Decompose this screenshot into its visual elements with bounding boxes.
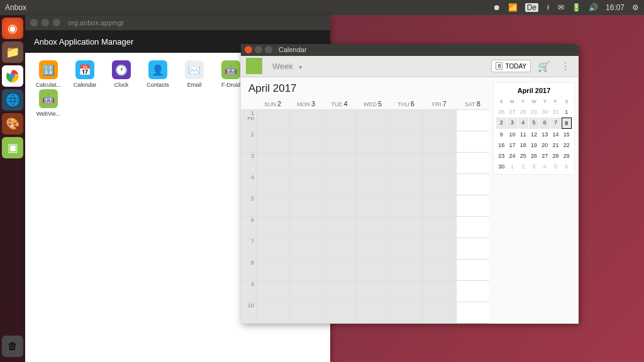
lang-indicator[interactable]: De bbox=[525, 3, 538, 12]
mini-cal-day[interactable]: 24 bbox=[507, 151, 517, 161]
time-slot[interactable] bbox=[357, 153, 389, 174]
mini-cal-day[interactable]: 19 bbox=[529, 140, 539, 150]
time-slot[interactable] bbox=[457, 217, 489, 238]
mini-cal-day[interactable]: 29 bbox=[562, 151, 572, 161]
time-slot[interactable] bbox=[423, 238, 456, 260]
time-slot[interactable] bbox=[323, 131, 356, 153]
day-column[interactable] bbox=[423, 110, 456, 324]
time-slot[interactable] bbox=[390, 110, 423, 131]
mini-cal-day[interactable]: 9 bbox=[496, 129, 506, 140]
time-slot[interactable] bbox=[423, 281, 456, 302]
mini-cal-day[interactable]: 28 bbox=[550, 151, 560, 161]
menu-dots-icon[interactable]: ⋮ bbox=[557, 58, 574, 74]
mini-cal-day[interactable]: 11 bbox=[518, 129, 528, 140]
time-slot[interactable] bbox=[457, 153, 489, 174]
time-slot[interactable] bbox=[257, 195, 289, 217]
anbox-app-webvie[interactable]: 🤖WebVie... bbox=[30, 89, 67, 117]
time-slot[interactable] bbox=[457, 260, 489, 281]
mini-cal-day[interactable]: 7 bbox=[550, 118, 560, 129]
time-slot[interactable] bbox=[257, 260, 289, 281]
time-slot[interactable] bbox=[323, 195, 356, 217]
launcher-app-icon[interactable]: 🌐 bbox=[2, 89, 23, 111]
mini-cal-day[interactable]: 10 bbox=[507, 129, 517, 140]
time-slot[interactable] bbox=[357, 260, 389, 281]
mini-cal-day[interactable]: 30 bbox=[496, 162, 506, 172]
anbox-app-calculat[interactable]: 🔢Calculat... bbox=[30, 60, 67, 88]
time-slot[interactable] bbox=[290, 195, 323, 217]
time-slot[interactable] bbox=[290, 217, 323, 238]
time-slot[interactable] bbox=[390, 131, 423, 153]
mini-cal-day[interactable]: 22 bbox=[562, 140, 572, 150]
time-slot[interactable] bbox=[457, 174, 489, 195]
time-slot[interactable] bbox=[423, 174, 456, 195]
mini-cal-day[interactable]: 14 bbox=[550, 129, 560, 140]
mini-cal-day[interactable]: 6 bbox=[562, 162, 572, 172]
time-slot[interactable] bbox=[390, 281, 423, 302]
view-selector[interactable]: Week ▼ bbox=[267, 59, 308, 74]
week-grid[interactable]: 1PM2345678910 bbox=[241, 110, 489, 324]
calendar-titlebar[interactable]: Calendar bbox=[241, 44, 579, 56]
gear-icon[interactable]: ⚙ bbox=[632, 3, 639, 12]
time-slot[interactable] bbox=[257, 131, 289, 153]
time-slot[interactable] bbox=[457, 281, 489, 302]
time-slot[interactable] bbox=[357, 217, 389, 238]
close-icon[interactable] bbox=[245, 46, 252, 53]
time-slot[interactable] bbox=[357, 174, 389, 195]
time-slot[interactable] bbox=[290, 260, 323, 281]
time-slot[interactable] bbox=[290, 302, 323, 324]
time-slot[interactable] bbox=[423, 302, 456, 324]
anbox-app-email[interactable]: ✉️Email bbox=[176, 60, 213, 88]
time-slot[interactable] bbox=[357, 110, 389, 131]
anbox-titlebar[interactable]: org.anbox.appmgr bbox=[25, 15, 330, 30]
wifi-icon[interactable]: 📶 bbox=[508, 3, 518, 12]
time-slot[interactable] bbox=[357, 131, 389, 153]
time-slot[interactable] bbox=[457, 131, 489, 153]
time-slot[interactable] bbox=[323, 281, 356, 302]
mini-cal-day[interactable]: 26 bbox=[496, 107, 506, 117]
mini-cal-day[interactable]: 29 bbox=[529, 107, 539, 117]
mini-cal-day[interactable]: 25 bbox=[518, 151, 528, 161]
time-slot[interactable] bbox=[290, 281, 323, 302]
time-slot[interactable] bbox=[390, 153, 423, 174]
time-slot[interactable] bbox=[290, 131, 323, 153]
launcher-dash-icon[interactable]: ◉ bbox=[2, 18, 23, 39]
mini-cal-day[interactable]: 12 bbox=[529, 129, 539, 140]
mini-cal-day[interactable]: 15 bbox=[562, 129, 572, 140]
mini-cal-day[interactable]: 1 bbox=[507, 162, 517, 172]
mini-cal-day[interactable]: 27 bbox=[540, 151, 550, 161]
time-slot[interactable] bbox=[357, 281, 389, 302]
clock-indicator[interactable]: 16:07 bbox=[606, 3, 625, 12]
minimize-icon[interactable] bbox=[255, 46, 262, 53]
time-slot[interactable] bbox=[457, 238, 489, 260]
time-slot[interactable] bbox=[423, 217, 456, 238]
time-slot[interactable] bbox=[357, 238, 389, 260]
mini-cal-day[interactable]: 5 bbox=[550, 162, 560, 172]
mail-icon[interactable]: ✉ bbox=[558, 3, 564, 12]
trash-icon[interactable]: 🗑 bbox=[2, 336, 23, 357]
time-slot[interactable] bbox=[390, 302, 423, 324]
mini-cal-day[interactable]: 3 bbox=[507, 118, 517, 129]
mini-cal-day[interactable]: 3 bbox=[529, 162, 539, 172]
maximize-icon[interactable] bbox=[265, 46, 272, 53]
day-column[interactable] bbox=[356, 110, 389, 324]
mini-cal-day[interactable]: 21 bbox=[550, 140, 560, 150]
day-column[interactable] bbox=[456, 110, 489, 324]
anbox-app-clock[interactable]: 🕐Clock bbox=[103, 60, 140, 88]
day-column[interactable] bbox=[289, 110, 323, 324]
mini-cal-day[interactable]: 1 bbox=[562, 107, 572, 117]
time-slot[interactable] bbox=[257, 302, 289, 324]
time-slot[interactable] bbox=[323, 260, 356, 281]
bluetooth-icon[interactable]: ᚼ bbox=[546, 3, 550, 12]
time-slot[interactable] bbox=[257, 174, 289, 195]
mini-cal-day[interactable]: 31 bbox=[550, 107, 560, 117]
mini-cal-day[interactable]: 27 bbox=[507, 107, 517, 117]
time-slot[interactable] bbox=[257, 238, 289, 260]
time-slot[interactable] bbox=[423, 110, 456, 131]
time-slot[interactable] bbox=[457, 195, 489, 217]
close-icon[interactable] bbox=[30, 19, 38, 26]
time-slot[interactable] bbox=[323, 238, 356, 260]
time-slot[interactable] bbox=[390, 260, 423, 281]
launcher-chrome-icon[interactable] bbox=[2, 65, 23, 87]
mini-cal-day[interactable]: 16 bbox=[496, 140, 506, 150]
cart-icon[interactable]: 🛒 bbox=[536, 58, 552, 74]
